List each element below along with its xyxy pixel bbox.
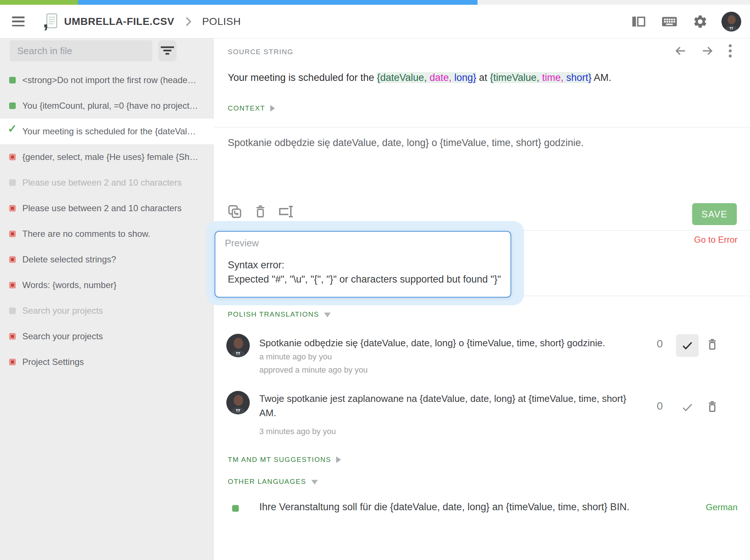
delete-translation-icon[interactable] <box>706 400 719 415</box>
source-segment-placeholder: {timeValue, <box>490 72 539 83</box>
collapsed-triangle-icon <box>270 105 275 112</box>
source-segment-placeholder: date, <box>427 72 452 83</box>
editor-panel: SOURCE STRING Your meeting <box>214 38 750 560</box>
list-item[interactable]: Delete selected strings? <box>0 247 214 272</box>
list-item[interactable]: Project Settings <box>0 349 214 375</box>
breadcrumb-language[interactable]: POLISH <box>202 16 241 27</box>
app-window: , UMBRELLA-FILE.CSV POLISH <box>0 0 750 560</box>
save-button[interactable]: SAVE <box>692 203 737 225</box>
string-label: There are no comments to show. <box>22 229 151 239</box>
translation-text[interactable]: Twoje spotkanie jest zaplanowane na {dat… <box>259 392 629 420</box>
error-line-2: Expected "#", "\u", "{", "}" or characte… <box>228 272 501 287</box>
translation-text[interactable]: Spotkanie odbędzie się {dateValue, date,… <box>259 336 655 350</box>
list-item[interactable]: Search your projects <box>0 324 214 349</box>
strings-sidebar: <strong>Do not import the first row (hea… <box>0 38 214 560</box>
source-segment: at <box>476 72 490 83</box>
previous-string-button[interactable] <box>674 44 687 57</box>
expanded-triangle-icon <box>324 313 331 317</box>
check-icon <box>681 339 694 352</box>
list-item-selected[interactable]: Your meeting is scheduled for the {dateV… <box>0 119 214 144</box>
preview-title: Preview <box>225 238 259 249</box>
breadcrumb-chevron-icon <box>185 16 192 27</box>
string-label: {gender, select, male {He uses} female {… <box>22 152 198 162</box>
progress-approved-segment <box>0 0 78 5</box>
source-segment: AM. <box>591 72 611 83</box>
string-label: Project Settings <box>22 357 84 367</box>
list-item[interactable]: You {itemCount, plural, =0 {have no proj… <box>0 93 214 119</box>
string-status-icon <box>9 307 16 314</box>
other-languages-section-toggle[interactable]: OTHER LANGUAGES <box>228 478 318 486</box>
keyboard-shortcuts-icon[interactable] <box>661 14 677 30</box>
translation-approved-meta: approved a minute ago by you <box>259 365 368 375</box>
source-string-label: SOURCE STRING <box>228 48 293 56</box>
error-line-1: Syntax error: <box>228 258 501 272</box>
string-label: <strong>Do not import the first row (hea… <box>22 75 196 85</box>
select-text-icon[interactable] <box>278 204 297 219</box>
string-status-icon <box>9 154 16 160</box>
translated-status-icon <box>232 505 239 512</box>
string-label: Please use between 2 and 10 characters <box>22 203 182 213</box>
source-segment-placeholder: long} <box>452 72 476 83</box>
divider <box>214 127 750 127</box>
preview-popup: Preview Syntax error: Expected "#", "\u"… <box>215 231 511 298</box>
string-label: Please use between 2 and 10 characters <box>22 178 182 188</box>
source-string-text: Your meeting is scheduled for the {dateV… <box>228 72 611 83</box>
source-segment-placeholder: {dateValue, <box>377 72 427 83</box>
string-status-icon <box>9 231 16 237</box>
side-by-side-view-icon[interactable] <box>631 14 647 30</box>
tm-mt-suggestions-label: TM AND MT SUGGESTIONS <box>228 456 331 464</box>
approve-button-active[interactable] <box>676 334 699 357</box>
go-to-error-link[interactable]: Go to Error <box>694 235 738 245</box>
translator-avatar <box>226 334 250 357</box>
list-item[interactable]: <strong>Do not import the first row (hea… <box>0 67 214 93</box>
string-status-icon <box>9 282 16 288</box>
search-input[interactable] <box>10 40 152 61</box>
string-status-icon <box>9 102 16 109</box>
copy-source-icon[interactable] <box>227 204 242 219</box>
string-status-icon <box>9 128 16 135</box>
polish-translations-label: POLISH TRANSLATIONS <box>228 310 319 318</box>
string-navigation <box>674 44 732 58</box>
list-item[interactable]: There are no comments to show. <box>0 221 214 247</box>
svg-text:,: , <box>44 13 49 30</box>
string-label: Search your projects <box>22 331 103 341</box>
settings-gear-icon[interactable] <box>692 14 708 30</box>
string-status-icon <box>9 205 16 212</box>
preview-error-message: Syntax error: Expected "#", "\u", "{", "… <box>228 258 501 287</box>
other-language-name-link[interactable]: German <box>706 502 738 512</box>
collapsed-triangle-icon <box>336 456 341 463</box>
polish-translations-section-toggle[interactable]: POLISH TRANSLATIONS <box>228 310 331 318</box>
list-item[interactable]: Please use between 2 and 10 characters <box>0 195 214 221</box>
string-label: Search your projects <box>22 306 103 316</box>
progress-translated-segment <box>78 0 478 5</box>
context-section-toggle[interactable]: CONTEXT <box>228 104 275 112</box>
list-item[interactable]: Please use between 2 and 10 characters <box>0 170 214 195</box>
translation-editor-text[interactable]: Spotkanie odbędzie się dateValue, date, … <box>228 136 719 150</box>
source-segment: Your meeting is scheduled for the <box>228 72 377 83</box>
string-status-icon <box>9 179 16 186</box>
clear-translation-trash-icon[interactable] <box>253 204 267 219</box>
menu-icon[interactable] <box>12 16 25 26</box>
list-item[interactable]: Words: {words, number} <box>0 272 214 298</box>
string-status-icon <box>9 333 16 340</box>
tm-mt-suggestions-section-toggle[interactable]: TM AND MT SUGGESTIONS <box>228 456 341 464</box>
next-string-button[interactable] <box>701 44 714 57</box>
more-options-kebab-icon[interactable] <box>728 44 732 58</box>
string-label: Delete selected strings? <box>22 254 116 265</box>
context-label: CONTEXT <box>228 104 265 112</box>
user-avatar[interactable] <box>721 12 741 31</box>
filter-button[interactable] <box>158 40 177 61</box>
translation-entry: Twoje spotkanie jest zaplanowane na {dat… <box>214 389 750 447</box>
delete-translation-icon[interactable] <box>706 337 719 353</box>
translator-avatar <box>226 391 250 414</box>
approve-button[interactable] <box>676 396 699 419</box>
list-item[interactable]: Search your projects <box>0 298 214 324</box>
other-language-entry: Ihre Veranstaltung soll für die {dateVal… <box>214 501 750 523</box>
translation-entry: Spotkanie odbędzie się {dateValue, date,… <box>214 332 750 387</box>
string-list: <strong>Do not import the first row (hea… <box>0 67 214 375</box>
string-status-icon <box>9 359 16 365</box>
string-label: Your meeting is scheduled for the {dateV… <box>22 126 196 137</box>
breadcrumb-file-name[interactable]: UMBRELLA-FILE.CSV <box>64 16 174 27</box>
list-item[interactable]: {gender, select, male {He uses} female {… <box>0 144 214 170</box>
source-segment-placeholder: time, <box>539 72 564 83</box>
